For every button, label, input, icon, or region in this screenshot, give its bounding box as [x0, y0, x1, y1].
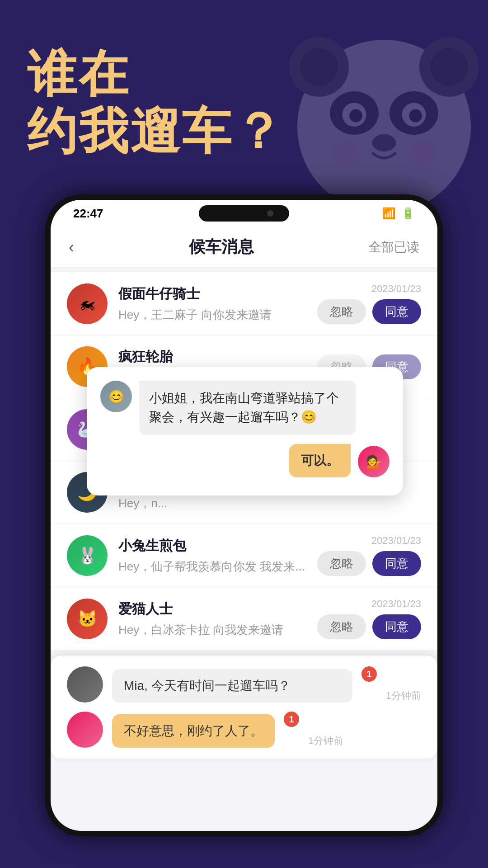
svg-point-12 — [333, 140, 360, 167]
app-screen: ‹ 候车消息 全部已读 🏍 假面牛仔骑士 Hey，王二麻子 向你发来邀请 202… — [51, 227, 437, 831]
msg-right: 2023/01/23 忽略 同意 — [317, 283, 421, 324]
wifi-icon: 📶 — [382, 207, 396, 220]
back-button[interactable]: ‹ — [69, 238, 74, 257]
msg-name: 小兔生煎包 — [118, 537, 306, 555]
svg-point-10 — [409, 109, 422, 123]
msg-time: 1分钟前 — [308, 734, 343, 748]
status-right: 📶 🔋 — [382, 207, 415, 220]
msg-preview: Hey，白冰茶卡拉 向我发来邀请 — [118, 622, 306, 638]
title-line2: 约我遛车？ — [27, 103, 285, 160]
svg-point-13 — [408, 140, 436, 167]
msg-date: 2023/01/23 — [371, 535, 421, 547]
camera-dot — [267, 210, 273, 217]
msg-actions: 忽略 同意 — [317, 551, 421, 576]
title-area: 谁在 约我遛车？ — [27, 45, 285, 160]
msg-content: 爱猫人士 Hey，白冰茶卡拉 向我发来邀请 — [118, 600, 306, 638]
msg-content: 假面牛仔骑士 Hey，王二麻子 向你发来邀请 — [118, 285, 306, 323]
title-line1: 谁在 — [27, 45, 285, 103]
svg-point-3 — [300, 48, 338, 86]
phone-notch — [199, 205, 289, 222]
msg-actions: 忽略 同意 — [317, 299, 421, 324]
list-item[interactable]: 🏍 假面牛仔骑士 Hey，王二麻子 向你发来邀请 2023/01/23 忽略 同… — [51, 272, 437, 335]
received-bubble: 😊 小姐姐，我在南山弯道驿站搞了个聚会，有兴趣一起遛车吗？😊 — [100, 381, 389, 435]
msg-right: 2023/01/23 忽略 同意 — [317, 535, 421, 576]
unread-badge: 1 — [284, 712, 299, 727]
avatar: 🏍 — [67, 283, 108, 324]
agree-button[interactable]: 同意 — [372, 299, 421, 324]
avatar — [67, 712, 103, 748]
bottom-msg-row-1[interactable]: Mia, 今天有时间一起遛车吗？ 1 1分钟前 — [67, 666, 421, 703]
msg-date: 2023/01/23 — [371, 283, 421, 295]
svg-point-9 — [349, 109, 362, 123]
msg-preview: Hey，n... — [118, 495, 410, 511]
ignore-button[interactable]: 忽略 — [317, 299, 366, 324]
avatar — [67, 666, 103, 703]
sent-avatar: 💁 — [358, 446, 389, 477]
ignore-button[interactable]: 忽略 — [317, 551, 366, 576]
msg-name: 爱猫人士 — [118, 600, 306, 618]
agree-button[interactable]: 同意 — [372, 551, 421, 576]
msg-time: 1分钟前 — [386, 689, 421, 703]
msg-bubble: Mia, 今天有时间一起遛车吗？ — [112, 669, 352, 703]
msg-name: 假面牛仔骑士 — [118, 285, 306, 303]
bottom-msg-row-2[interactable]: 不好意思，刚约了人了。 1 1分钟前 — [67, 712, 421, 748]
phone-frame: 22:47 📶 🔋 ‹ 候车消息 全部已读 🏍 假面牛仔骑士 Hey，王二麻子 … — [45, 194, 443, 836]
list-item[interactable]: 🐰 小兔生煎包 Hey，仙子帮我羡慕向你发 我发来... 2023/01/23 … — [51, 524, 437, 587]
chat-avatar: 😊 — [100, 381, 132, 412]
svg-point-11 — [372, 134, 396, 151]
sent-bubble: 可以。 💁 — [100, 444, 389, 477]
msg-date: 2023/01/23 — [371, 598, 421, 610]
msg-content: 小兔生煎包 Hey，仙子帮我羡慕向你发 我发来... — [118, 537, 306, 575]
page-title: 候车消息 — [189, 236, 254, 258]
msg-name: 疯狂轮胎 — [118, 348, 306, 366]
unread-badge: 1 — [361, 666, 377, 682]
status-time: 22:47 — [73, 207, 103, 221]
avatar: 🐱 — [67, 599, 108, 639]
msg-right: 2023/01/23 忽略 同意 — [317, 598, 421, 639]
reply-bubble: 不好意思，刚约了人了。 — [112, 714, 275, 748]
avatar: 🐰 — [67, 535, 108, 576]
received-text: 小姐姐，我在南山弯道驿站搞了个聚会，有兴趣一起遛车吗？😊 — [139, 381, 356, 435]
msg-preview: Hey，仙子帮我羡慕向你发 我发来... — [118, 559, 306, 575]
agree-button[interactable]: 同意 — [372, 614, 421, 639]
bottom-popup: Mia, 今天有时间一起遛车吗？ 1 1分钟前 不好意思，刚约了人了。 1 1分… — [51, 656, 437, 759]
list-item[interactable]: 🐱 爱猫人士 Hey，白冰茶卡拉 向我发来邀请 2023/01/23 忽略 同意 — [51, 587, 437, 651]
svg-point-4 — [430, 48, 468, 86]
msg-actions: 忽略 同意 — [317, 614, 421, 639]
mark-all-read[interactable]: 全部已读 — [369, 239, 419, 256]
ignore-button[interactable]: 忽略 — [317, 614, 366, 639]
chat-popup: 😊 小姐姐，我在南山弯道驿站搞了个聚会，有兴趣一起遛车吗？😊 可以。 💁 — [87, 367, 403, 495]
msg-preview: Hey，王二麻子 向你发来邀请 — [118, 307, 306, 323]
sent-text: 可以。 — [289, 444, 351, 477]
app-header: ‹ 候车消息 全部已读 — [51, 227, 437, 268]
battery-icon: 🔋 — [401, 207, 415, 220]
